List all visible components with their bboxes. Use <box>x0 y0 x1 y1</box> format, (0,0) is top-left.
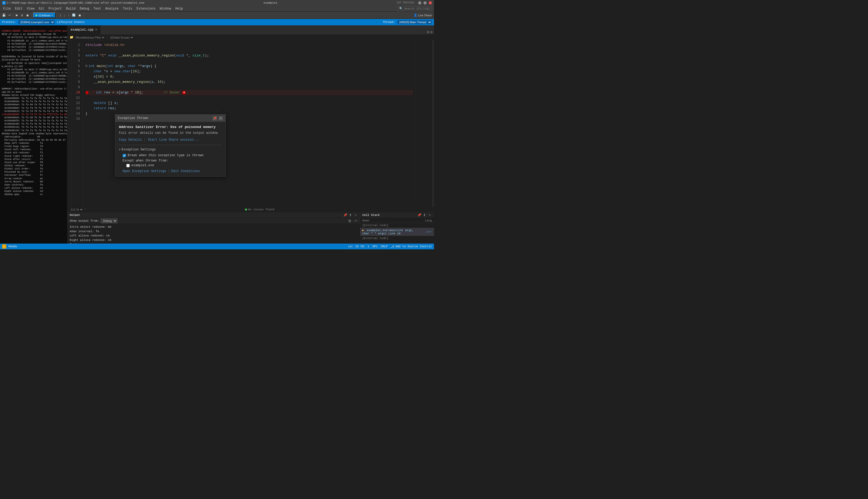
step-over-button[interactable]: ⤵ <box>59 12 62 18</box>
menu-edit[interactable]: Edit <box>13 6 25 11</box>
breadcrumb-scope-select[interactable]: (Global Scope) <box>109 36 134 39</box>
menu-project[interactable]: Project <box>47 6 64 11</box>
settings-icon[interactable]: ⚙ <box>430 30 432 34</box>
live-share-button[interactable]: 👤 Live Share <box>413 12 433 18</box>
breadcrumb-folder-icon: 📁 <box>70 35 74 39</box>
continue-button[interactable]: ▶ Continue ▾ <box>33 12 55 18</box>
exception-pin-button[interactable]: 📌 <box>213 116 217 120</box>
status-line-ending: CRLF <box>381 245 388 248</box>
menu-debug[interactable]: Debug <box>77 6 91 11</box>
terminal-allocated: allocated by thread T0 here: <box>2 59 41 61</box>
tab-example1[interactable]: example1.cpp × <box>67 25 101 34</box>
menu-test[interactable]: Test <box>91 6 103 11</box>
step-into-button[interactable]: ↓ <box>63 12 66 18</box>
status-bar-right: Ln: 15 Ch: 1 SPC CRLF ⎇ Add to Source Co… <box>348 245 432 248</box>
breadcrumb-folder-select[interactable]: Miscellaneous Files <box>75 36 105 39</box>
terminal-legend8: Stack after return: f5 <box>2 158 43 161</box>
output-clear-button[interactable]: 🗑 <box>348 219 352 223</box>
breakpoint-dot[interactable] <box>85 91 89 94</box>
live-share-session-link[interactable]: Start Live Share session... <box>148 138 199 142</box>
terminal-located: 0x02b006ba is located 10 bytes inside of… <box>2 56 67 58</box>
copy-details-link[interactable]: Copy Details <box>119 138 142 142</box>
example-exe-checkbox[interactable] <box>126 164 130 167</box>
call-stack-item-2[interactable]: [External Code] <box>360 236 434 241</box>
menu-window[interactable]: Window <box>158 6 173 11</box>
exception-title: Exception Thrown <box>118 117 148 120</box>
open-exception-settings-link[interactable]: Open Exception Settings <box>123 169 166 173</box>
terminal-legend10: Global redzone: f9 <box>2 165 43 167</box>
menu-analyze[interactable]: Analyze <box>103 6 121 11</box>
status-ready-label: Ready <box>9 245 17 248</box>
tab-example1-close[interactable]: × <box>95 28 97 32</box>
terminal-shadow1: 0x30560080: fa fa fa fa fa fa fa fa fa f… <box>2 97 67 100</box>
editor-area: example1.cpp × ⊞ ⚙ 📁 Miscellaneous Files… <box>67 25 434 244</box>
terminal-shadow2: 0x30560090: fa fa fa fa fa fa fa fa fa f… <box>2 100 67 103</box>
exception-settings-header[interactable]: ▼ Exception Settings <box>119 148 222 151</box>
call-stack-close-button[interactable]: × <box>428 213 432 217</box>
footer-link-sep: | <box>168 169 170 173</box>
terminal-alloc5: #4 0x774475f3 (C:\WINDOWS\SYSTEM32\ntdll… <box>2 78 67 81</box>
call-stack-header: Call Stack 📌 ⬆ × <box>360 212 434 218</box>
output-line-1: Intra object redzone: bb <box>70 225 358 229</box>
close-button[interactable] <box>429 1 432 4</box>
int-preview-label: INT PREVIEW <box>397 1 414 4</box>
search-box[interactable]: 🔍 Search (Ctrl+Q) <box>397 6 432 11</box>
menu-git[interactable]: Git <box>36 6 47 11</box>
menu-help[interactable]: Help <box>173 6 185 11</box>
zoom-select[interactable]: 111 % <box>70 208 83 211</box>
toolbar-btn-5[interactable]: ⏹ <box>25 12 30 18</box>
cs-item-0-name: [External Code] <box>362 224 419 227</box>
code-line-2 <box>85 48 413 53</box>
stop-button[interactable]: ⏹ <box>77 12 82 18</box>
minimize-button[interactable] <box>418 1 422 4</box>
terminal-blank1 <box>2 52 3 55</box>
live-share-icon: 👤 <box>414 13 417 17</box>
toolbar-btn-3[interactable]: ▶ <box>15 12 19 18</box>
menu-view[interactable]: View <box>25 6 37 11</box>
maximize-button[interactable] <box>424 1 427 4</box>
menu-tools[interactable]: Tools <box>121 6 135 11</box>
line-num-6: 6 <box>72 69 80 74</box>
restart-button[interactable]: 🔄 <box>71 12 77 18</box>
lifecycle-label: Lifecycle Events <box>57 21 85 24</box>
toolbar-btn-2[interactable]: ↩ <box>8 12 12 18</box>
step-out-button[interactable]: ↑ <box>67 12 71 18</box>
source-control-button[interactable]: ⎇ Add to Source Control <box>391 245 432 248</box>
title-center: example1 <box>263 1 277 4</box>
process-select[interactable]: [53864] example1.exe <box>18 20 55 25</box>
line-num-4: 4 <box>72 58 80 64</box>
toolbar-btn-1[interactable]: 💾 <box>1 12 7 18</box>
menu-file[interactable]: File <box>1 6 13 11</box>
split-icon[interactable]: ⊞ <box>427 30 429 34</box>
call-stack-maximize-button[interactable]: ⬆ <box>423 213 427 217</box>
terminal-shadow3: 0x305600a0: fa fa 00 fa fa fa fa fa fa f… <box>2 104 67 106</box>
code-line-6: char *x = new char[16]; <box>85 69 413 74</box>
output-close-button[interactable]: × <box>354 213 358 217</box>
output-wrap-button[interactable]: ⏎ <box>354 219 358 223</box>
thread-select[interactable]: [49020] Main Thread <box>397 20 432 25</box>
menu-extensions[interactable]: Extensions <box>135 6 158 11</box>
show-output-from-label: Show output from: <box>70 219 99 222</box>
toolbar-btn-4[interactable]: ⏸ <box>20 12 25 18</box>
code-line-9 <box>85 85 413 90</box>
editor-actions: ⊞ ⚙ <box>426 30 434 34</box>
exception-close-button[interactable]: × <box>218 116 223 120</box>
cs-arrow-icon: ▶ <box>362 229 364 232</box>
cs-col-lang: Lang <box>419 219 432 222</box>
output-channel-select[interactable]: Debug <box>101 219 117 223</box>
main-toolbar: 💾 ↩ ▶ ⏸ ⏹ ▶ Continue ▾ ⤵ ↓ ↑ 🔄 ⏹ 👤 Live … <box>0 12 434 19</box>
call-stack-pin-button[interactable]: 📌 <box>417 213 422 217</box>
code-line-4 <box>85 58 413 64</box>
edit-conditions-link[interactable]: Edit Conditions <box>172 169 200 173</box>
output-pin-button[interactable]: 📌 <box>343 213 347 217</box>
call-stack-columns: Name Lang <box>360 219 434 223</box>
example-exe-label: example1.exe <box>131 163 154 167</box>
break-when-checkbox[interactable] <box>123 154 126 157</box>
call-stack-content: Name Lang [External Code] ▶ example1.exe… <box>360 218 434 244</box>
exception-links: Copy Details | Start Live Share session.… <box>119 138 222 142</box>
output-maximize-button[interactable]: ⬆ <box>348 213 353 217</box>
menu-build[interactable]: Build <box>64 6 77 11</box>
call-stack-item-0[interactable]: [External Code] <box>360 223 434 228</box>
vertical-scrollbar[interactable] <box>432 40 434 207</box>
call-stack-item-1[interactable]: ▶ example1.exe!main(int argc, char * * a… <box>360 228 434 236</box>
